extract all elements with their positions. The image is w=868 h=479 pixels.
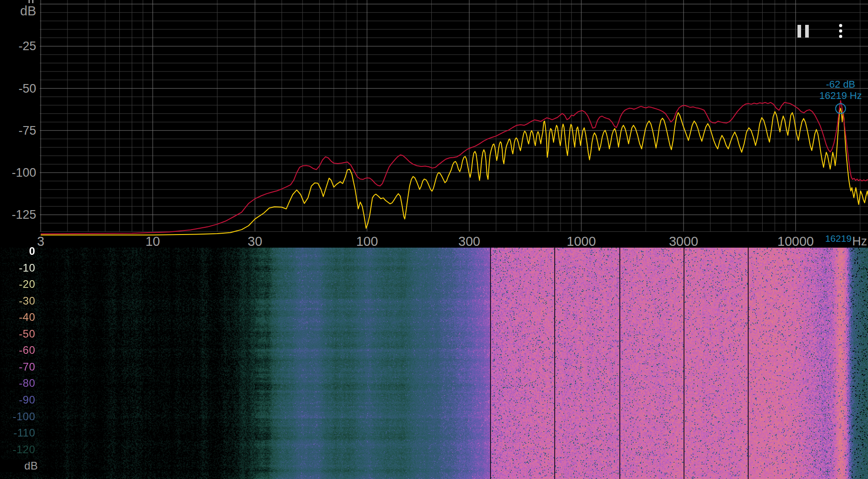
x-tick-label-10: 10 <box>146 234 160 249</box>
scale-label--80: -80 <box>0 377 35 390</box>
marker-readout: -62 dB 16219 Hz <box>819 79 862 101</box>
cursor-frequency-label: 16219 <box>825 233 851 244</box>
more-vert-icon <box>839 24 842 27</box>
spectrum-plot-pane[interactable]: dB -25-50-75-100-125 3103010030010003000… <box>0 0 868 248</box>
x-tick-label-3: 3 <box>37 234 44 249</box>
y-tick-label--125: -125 <box>0 208 36 222</box>
spectrogram-pane[interactable] <box>0 248 868 479</box>
spectrogram-unit-label: dB <box>0 460 39 472</box>
axis-top-tick <box>28 0 30 3</box>
scale-label--110: -110 <box>0 427 35 439</box>
more-vert-icon <box>839 35 842 38</box>
scale-label-0: 0 <box>0 245 35 258</box>
x-axis-unit-label: Hz <box>852 235 867 249</box>
y-tick-label--25: -25 <box>0 39 36 53</box>
spectrum-plot[interactable] <box>0 0 868 248</box>
scale-label--100: -100 <box>0 410 35 423</box>
scale-label--70: -70 <box>0 361 35 373</box>
red-trace <box>41 100 868 234</box>
y-tick-label--100: -100 <box>0 166 36 180</box>
scale-label--10: -10 <box>0 262 35 274</box>
x-tick-label-10000: 10000 <box>778 234 814 249</box>
scale-label--50: -50 <box>0 328 35 340</box>
axis-top-tick <box>32 0 33 3</box>
scale-label--20: -20 <box>0 278 35 291</box>
grid-minor-lines <box>40 0 868 232</box>
scale-label--90: -90 <box>0 394 35 406</box>
marker-db-value: -62 dB <box>819 79 862 90</box>
x-tick-label-1000: 1000 <box>567 234 596 249</box>
scale-label--120: -120 <box>0 443 35 456</box>
marker-freq-value: 16219 Hz <box>819 90 862 101</box>
pause-button[interactable] <box>792 20 813 41</box>
overflow-menu-button[interactable] <box>831 20 850 41</box>
x-tick-label-300: 300 <box>458 234 480 249</box>
scale-label--40: -40 <box>0 311 35 324</box>
scale-label--60: -60 <box>0 344 35 357</box>
y-tick-label--50: -50 <box>0 81 36 95</box>
spectrogram-waterfall[interactable] <box>0 248 868 479</box>
x-tick-label-100: 100 <box>356 234 378 249</box>
y-tick-label--75: -75 <box>0 123 36 137</box>
x-tick-label-30: 30 <box>248 234 262 249</box>
scale-label--30: -30 <box>0 295 35 307</box>
pause-icon <box>805 25 809 38</box>
grid-major-lines <box>40 0 868 231</box>
spectrum-analyzer-app: dB -25-50-75-100-125 3103010030010003000… <box>0 0 868 479</box>
x-tick-label-3000: 3000 <box>669 234 698 249</box>
more-vert-icon <box>839 29 842 33</box>
yellow-trace <box>41 108 868 235</box>
y-axis-unit-label: dB <box>0 4 36 19</box>
pause-icon <box>797 25 801 38</box>
